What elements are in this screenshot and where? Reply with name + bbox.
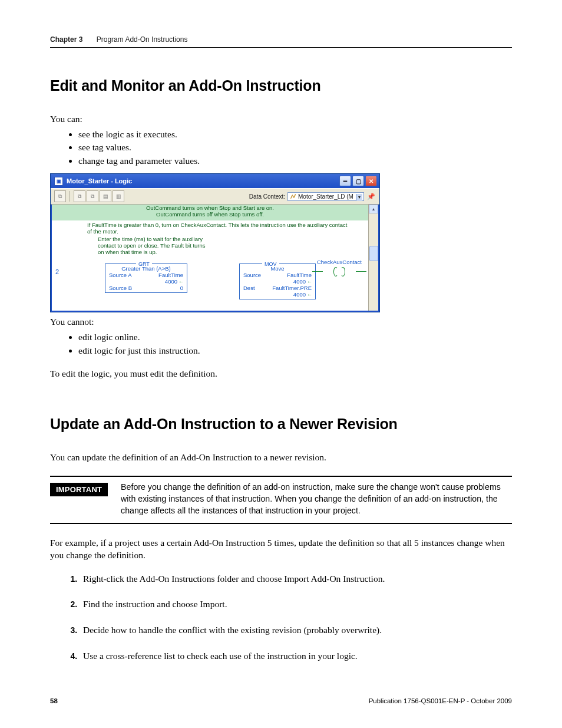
- step-item: Find the instruction and choose Import.: [80, 598, 512, 611]
- grt-srcB-label: Source B: [109, 285, 132, 291]
- step-item: Decide how to handle the conflict with t…: [80, 624, 512, 637]
- operand-comment: Enter the time (ms) to wait for the auxi…: [98, 236, 210, 256]
- intro-cannot: You cannot:: [50, 316, 512, 328]
- wire-right: [356, 271, 366, 272]
- mov-mnemonic: MOV: [262, 261, 279, 267]
- important-block: IMPORTANT Before you change the definiti…: [50, 476, 512, 524]
- value-arrow-icon: ←: [307, 292, 312, 297]
- grt-srcB-val: 0: [180, 285, 183, 291]
- mov-src-live: 4000: [293, 278, 306, 285]
- section-heading-update: Update an Add-On Instruction to a Newer …: [50, 416, 512, 433]
- window-title-text: Motor_Starter - Logic: [67, 177, 132, 185]
- output-coil[interactable]: CheckAuxContact: [323, 267, 356, 275]
- rung-number: 2: [55, 268, 59, 275]
- publication-id: Publication 1756-QS001E-EN-P - October 2…: [369, 697, 512, 704]
- pin-icon[interactable]: 📌: [366, 192, 376, 201]
- data-context-value: Motor_Starter_LD (M: [298, 193, 353, 200]
- rung-comment-band: OutCommand turns on when Stop and Start …: [52, 205, 368, 220]
- mov-dest-live: 4000: [293, 291, 306, 298]
- coil-label: CheckAuxContact: [304, 259, 375, 265]
- toolbar-icon[interactable]: ⧉: [54, 190, 66, 202]
- mov-instruction[interactable]: MOV Move SourceFaultTime 4000← DestFault…: [239, 263, 316, 299]
- can-list: see the logic as it executes. see tag va…: [50, 128, 512, 167]
- value-arrow-icon: ←: [178, 279, 183, 284]
- mov-src-val: FaultTime: [287, 272, 312, 278]
- window-icon: ▣: [54, 177, 63, 186]
- value-arrow-icon: ←: [307, 279, 312, 284]
- chevron-down-icon: ▾: [356, 194, 362, 201]
- toolbar-icon[interactable]: ▤: [100, 190, 111, 202]
- window-titlebar[interactable]: ▣ Motor_Starter - Logic ━ ▢ ✕: [51, 174, 379, 188]
- grt-srcA-live: 4000: [165, 278, 177, 285]
- ladder-canvas[interactable]: OutCommand turns on when Stop and Start …: [52, 205, 368, 311]
- can-item: see the logic as it executes.: [78, 128, 512, 141]
- page-number: 58: [50, 697, 58, 704]
- can-item: change tag and parameter values.: [78, 154, 512, 167]
- mov-src-label: Source: [243, 272, 261, 278]
- data-context-label: Data Context:: [249, 193, 285, 200]
- page-header: Chapter 3 Program Add-On Instructions: [50, 35, 512, 48]
- steps-list: Right-click the Add-On Instructions fold…: [50, 572, 512, 663]
- scroll-thumb[interactable]: [369, 246, 378, 261]
- example-text: For example, if a project uses a certain…: [50, 537, 512, 562]
- data-context-dropdown[interactable]: 🗲 Motor_Starter_LD (M ▾: [287, 192, 364, 201]
- cannot-list: edit logic online. edit logic for just t…: [50, 331, 512, 357]
- can-item: see tag values.: [78, 141, 512, 154]
- controller-icon: 🗲: [290, 193, 296, 200]
- mov-dest-val: FaultTimer.PRE: [272, 285, 312, 291]
- important-badge: IMPORTANT: [50, 483, 108, 496]
- grt-mnemonic: GRT: [136, 261, 152, 267]
- toolbar-icon[interactable]: ⧉: [74, 190, 85, 202]
- important-text: Before you change the definition of an a…: [121, 482, 512, 517]
- toolbar-icon[interactable]: ⧉: [87, 190, 98, 202]
- mov-dest-label: Dest: [243, 285, 255, 291]
- band-line: OutCommand turns off when Stop turns off…: [52, 212, 368, 218]
- page-footer: 58 Publication 1756-QS001E-EN-P - Octobe…: [50, 697, 512, 704]
- maximize-button[interactable]: ▢: [352, 176, 364, 186]
- chapter-label: Chapter 3: [50, 35, 82, 44]
- grt-srcA-label: Source A: [109, 272, 132, 278]
- step-item: Right-click the Add-On Instructions fold…: [80, 572, 512, 585]
- vertical-scrollbar[interactable]: ▴: [368, 205, 378, 311]
- closing-text: To edit the logic, you must edit the def…: [50, 368, 512, 380]
- minimize-button[interactable]: ━: [339, 176, 351, 186]
- step-item: Use a cross-reference list to check each…: [80, 650, 512, 663]
- cannot-item: edit logic online.: [78, 331, 512, 344]
- grt-srcA-val: FaultTime: [158, 272, 183, 278]
- rung-comment: If FaultTime is greater than 0, turn on …: [87, 222, 351, 235]
- wire-left: [312, 271, 323, 272]
- logic-window: ▣ Motor_Starter - Logic ━ ▢ ✕ ⧉ ⧉ ⧉ ▤ ▥ …: [50, 173, 380, 312]
- toolbar-icon[interactable]: ▥: [113, 190, 124, 202]
- toolbar-separator: [70, 191, 70, 202]
- section-heading-edit-monitor: Edit and Monitor an Add-On Instruction: [50, 77, 512, 94]
- cannot-item: edit logic for just this instruction.: [78, 344, 512, 357]
- update-intro: You can update the definition of an Add-…: [50, 452, 512, 464]
- coil-icon: [333, 267, 345, 275]
- close-button[interactable]: ✕: [365, 176, 377, 186]
- grt-instruction[interactable]: GRT Greater Than (A>B) Source AFaultTime…: [105, 263, 187, 293]
- chapter-title: Program Add-On Instructions: [97, 35, 188, 44]
- window-toolbar: ⧉ ⧉ ⧉ ▤ ▥ Data Context: 🗲 Motor_Starter_…: [51, 188, 379, 205]
- intro-can: You can:: [50, 113, 512, 126]
- scroll-up-button[interactable]: ▴: [369, 205, 378, 213]
